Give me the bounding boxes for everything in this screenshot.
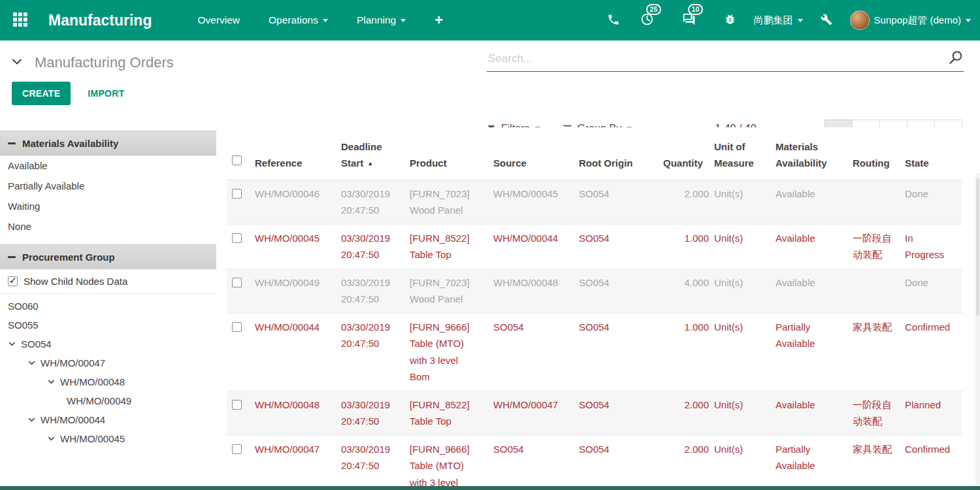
tree-item-wh-mo-00048[interactable]: WH/MO/00048 xyxy=(0,372,216,391)
column-header-reference[interactable]: Reference xyxy=(255,127,341,180)
tree-item-so055[interactable]: SO055 xyxy=(0,316,216,335)
column-header-routing[interactable]: Routing xyxy=(853,127,905,180)
column-header-materials-availability[interactable]: Materials Availability xyxy=(776,127,853,180)
main-menu: Overview Operations Planning + xyxy=(197,14,443,27)
breadcrumb: Manufacturing Orders xyxy=(8,52,174,73)
table-row[interactable]: WH/MO/00044 03/30/2019 20:47:50 [FURN_96… xyxy=(227,313,962,391)
select-all-checkbox[interactable] xyxy=(232,155,242,165)
table-row[interactable]: WH/MO/00048 03/30/2019 20:47:50 [FURN_85… xyxy=(227,391,962,435)
cell-root-origin: SO054 xyxy=(579,435,663,486)
tree-item-so060[interactable]: SO060 xyxy=(0,297,216,316)
menu-planning[interactable]: Planning xyxy=(357,14,406,26)
messages-count-badge[interactable]: 10 xyxy=(688,4,704,15)
show-child-nodes-toggle[interactable]: Show Child Nodes Data xyxy=(0,269,216,294)
tree-expand-icon[interactable] xyxy=(27,359,36,367)
app-title[interactable]: Manufacturing xyxy=(48,12,152,29)
column-header-deadline-start[interactable]: Deadline Start▲ xyxy=(341,127,410,180)
tree-item-label: WH/MO/00044 xyxy=(41,414,105,425)
table-row[interactable]: WH/MO/00047 03/30/2019 20:47:50 [FURN_96… xyxy=(227,435,962,486)
create-button[interactable]: CREATE xyxy=(12,82,71,105)
scrollbar-thumb[interactable] xyxy=(976,178,979,316)
row-checkbox[interactable] xyxy=(232,278,242,287)
column-header-quantity[interactable]: Quantity xyxy=(663,127,714,180)
activities-count-badge[interactable]: 25 xyxy=(646,4,662,15)
minus-icon xyxy=(8,142,16,144)
import-button[interactable]: IMPORT xyxy=(88,88,124,99)
section-materials-availability[interactable]: Materials Availability xyxy=(0,131,216,155)
cell-source: WH/MO/00048 xyxy=(493,269,579,313)
checkbox-checked[interactable] xyxy=(8,276,18,286)
menu-add-button[interactable]: + xyxy=(434,14,443,27)
cell-deadline-start: 03/30/2019 20:47:50 xyxy=(341,435,410,486)
phone-button[interactable] xyxy=(604,10,623,31)
company-switcher[interactable]: 尚鹏集团 xyxy=(754,14,803,27)
list-view: Reference Deadline Start▲ Product Source… xyxy=(216,127,976,486)
column-header-state[interactable]: State xyxy=(905,127,962,180)
column-label: Routing xyxy=(853,157,890,169)
cell-state: Done xyxy=(905,180,962,224)
show-child-nodes-label: Show Child Nodes Data xyxy=(24,276,127,287)
cell-materials-availability: Available xyxy=(776,269,853,313)
filter-item-waiting[interactable]: Waiting xyxy=(0,196,216,216)
section-title: Materials Availability xyxy=(22,138,118,149)
column-header-uom[interactable]: Unit of Measure xyxy=(714,127,776,180)
menu-overview[interactable]: Overview xyxy=(197,14,240,26)
cell-materials-availability: Available xyxy=(776,180,853,224)
cell-root-origin: SO054 xyxy=(579,391,663,435)
search-icon[interactable] xyxy=(948,50,964,68)
row-checkbox[interactable] xyxy=(232,400,242,410)
column-label: Quantity xyxy=(663,157,703,169)
cell-deadline-start: 03/30/2019 20:47:50 xyxy=(341,269,410,313)
cell-quantity: 1.000 xyxy=(663,313,714,391)
cell-materials-availability: Available xyxy=(776,391,853,435)
section-title: Procurement Group xyxy=(22,252,115,263)
search-input[interactable] xyxy=(487,52,948,66)
tree-expand-icon[interactable] xyxy=(47,434,56,443)
control-panel: Manufacturing Orders CREATE IMPORT Filte… xyxy=(0,41,980,127)
tree-item-wh-mo-00047[interactable]: WH/MO/00047 xyxy=(0,353,216,372)
tree-expand-icon[interactable] xyxy=(27,416,36,424)
tree-item-so054[interactable]: SO054 xyxy=(0,335,216,353)
tree-item-wh-mo-00044[interactable]: WH/MO/00044 xyxy=(0,410,216,429)
filter-item-none[interactable]: None xyxy=(0,216,216,237)
filter-item-available[interactable]: Available xyxy=(0,155,216,176)
cell-state: Confirmed xyxy=(905,313,962,391)
row-checkbox[interactable] xyxy=(232,322,242,332)
cell-source: WH/MO/00044 xyxy=(493,224,579,269)
row-checkbox[interactable] xyxy=(232,189,242,199)
row-checkbox[interactable] xyxy=(232,444,242,454)
row-checkbox[interactable] xyxy=(232,233,242,243)
section-procurement-group[interactable]: Procurement Group xyxy=(0,244,216,269)
cell-product: [FURN_8522] Table Top xyxy=(410,224,493,269)
tree-item-label: SO060 xyxy=(8,301,39,312)
table-row[interactable]: WH/MO/00046 03/30/2019 20:47:50 [FURN_70… xyxy=(227,180,962,224)
tree-item-wh-mo-00045[interactable]: WH/MO/00045 xyxy=(0,429,216,448)
cell-reference: WH/MO/00049 xyxy=(255,269,341,313)
column-header-product[interactable]: Product xyxy=(410,127,493,180)
breadcrumb-toggle-button[interactable] xyxy=(8,52,26,73)
vertical-scrollbar[interactable] xyxy=(975,173,980,486)
apps-menu-button[interactable] xyxy=(9,8,31,33)
cell-uom: Unit(s) xyxy=(714,269,776,313)
plus-icon: + xyxy=(434,14,443,27)
app-window: Manufacturing Overview Operations Planni… xyxy=(0,0,980,490)
navbar-systray: 25 10 尚鹏集团 xyxy=(604,10,971,31)
cell-uom: Unit(s) xyxy=(714,180,776,224)
tree-item-wh-mo-00049[interactable]: WH/MO/00049 xyxy=(0,391,216,410)
filter-item-partially-available[interactable]: Partially Available xyxy=(0,176,216,196)
debug-button[interactable] xyxy=(721,10,739,30)
menu-operations[interactable]: Operations xyxy=(269,14,328,26)
search-panel: Materials Availability Available Partial… xyxy=(0,127,216,486)
table-row[interactable]: WH/MO/00049 03/30/2019 20:47:50 [FURN_70… xyxy=(227,269,962,313)
user-avatar xyxy=(850,10,870,30)
cell-root-origin: SO054 xyxy=(579,180,663,224)
table-row[interactable]: WH/MO/00045 03/30/2019 20:47:50 [FURN_85… xyxy=(227,224,962,269)
cell-uom: Unit(s) xyxy=(714,224,776,269)
developer-tools-button[interactable] xyxy=(818,11,835,30)
tree-expand-icon[interactable] xyxy=(47,378,56,386)
column-header-root-origin[interactable]: Root Origin xyxy=(579,127,663,180)
tree-expand-icon[interactable] xyxy=(8,340,16,348)
user-menu[interactable]: Sunpop超管 (demo) xyxy=(850,10,971,30)
cell-materials-availability: Partially Available xyxy=(776,435,853,486)
column-header-source[interactable]: Source xyxy=(493,127,579,180)
